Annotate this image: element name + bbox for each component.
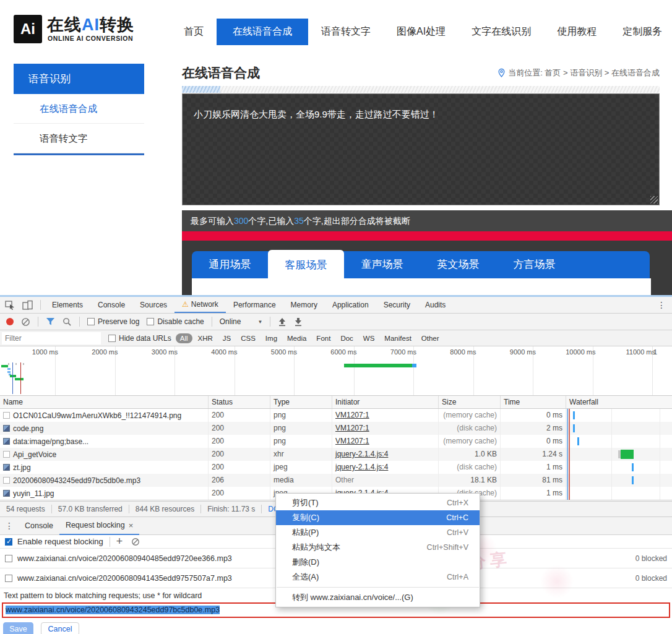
devtools-tab[interactable]: Security <box>376 297 418 313</box>
initiator-link[interactable]: VM1207:1 <box>335 424 369 432</box>
context-menu-item[interactable]: 全选(A) Ctrl+A <box>276 570 480 585</box>
table-row[interactable]: code.png 200 png VM1207:1 (disk cache) 2… <box>0 422 672 435</box>
column-header[interactable]: Waterfall <box>566 396 672 408</box>
context-menu: 剪切(T) Ctrl+X 复制(C) Ctrl+C 粘贴(P) Ctrl+V 粘… <box>275 493 480 607</box>
clear-icon[interactable] <box>21 317 30 327</box>
export-har-icon[interactable] <box>294 317 303 327</box>
inspect-element-icon[interactable] <box>5 300 15 310</box>
nav-item[interactable]: 定制服务 <box>610 19 672 45</box>
devtools-tab[interactable]: Elements <box>45 297 90 313</box>
initiator-link[interactable]: jquery-2.1.4.js:4 <box>335 450 388 458</box>
scene-tab[interactable]: 英文场景 <box>420 251 496 278</box>
context-menu-item[interactable]: 删除(D) <box>276 555 480 570</box>
initiator-link[interactable]: Other <box>335 476 354 484</box>
hide-data-urls-checkbox[interactable]: Hide data URLs <box>108 334 171 343</box>
nav-item[interactable]: 语音转文字 <box>308 19 384 45</box>
context-menu-item[interactable]: 转到 www.zaixianai.cn/voice/...(G) <box>276 590 480 605</box>
devtools-tab[interactable]: Console <box>90 297 132 313</box>
table-row[interactable]: O1CN01CaU9ww1mAeruXWkb6_!!121474914.png … <box>0 409 672 422</box>
blocked-pattern-checkbox[interactable] <box>5 555 12 562</box>
nav-item[interactable]: 首页 <box>171 19 217 45</box>
column-header[interactable]: Size <box>438 396 500 408</box>
request-type-filter[interactable]: JS <box>218 333 235 343</box>
table-row[interactable]: data:image/png;base... 200 png VM1207:1 … <box>0 435 672 448</box>
search-icon[interactable] <box>62 317 72 327</box>
context-menu-item[interactable]: 剪切(T) Ctrl+X <box>276 495 480 510</box>
table-row[interactable]: 202006080943245edd97bc5db0e.mp3 206 medi… <box>0 474 672 487</box>
request-type-filter[interactable]: XHR <box>194 333 217 343</box>
scene-tab[interactable]: 通用场景 <box>192 251 268 278</box>
initiator-link[interactable]: VM1207:1 <box>335 411 369 419</box>
devtools-tab[interactable]: Memory <box>283 297 325 313</box>
scene-tab[interactable]: 童声场景 <box>344 251 420 278</box>
table-row[interactable]: zt.jpg 200 jpeg jquery-2.1.4.js:4 (disk … <box>0 461 672 474</box>
request-status: 206 <box>208 474 270 487</box>
save-button[interactable]: Save <box>3 622 33 634</box>
drawer-more-icon[interactable]: ⋮ <box>5 521 14 531</box>
request-type-filter[interactable]: All <box>176 333 192 343</box>
column-header[interactable]: Name <box>0 396 208 408</box>
status-item: 844 KB resources <box>129 505 201 513</box>
nav-item[interactable]: 使用教程 <box>544 19 610 45</box>
request-type-filter[interactable]: Manifest <box>380 333 415 343</box>
context-menu-item[interactable]: 粘贴(P) Ctrl+V <box>276 525 480 540</box>
request-type-filter[interactable]: Font <box>312 333 335 343</box>
sidebar: 语音识别 在线语音合成语音转文字 <box>14 64 144 155</box>
context-menu-item[interactable]: 粘贴为纯文本 Ctrl+Shift+V <box>276 540 480 555</box>
drawer-tab[interactable]: Console <box>19 517 59 535</box>
request-type-filter[interactable]: CSS <box>236 333 260 343</box>
nav-item[interactable]: 图像AI处理 <box>384 19 459 45</box>
devtools-tab[interactable]: Audits <box>418 297 453 313</box>
request-type-filter[interactable]: WS <box>359 333 379 343</box>
request-size: 18.1 KB <box>438 474 500 487</box>
column-header[interactable]: Status <box>208 396 270 408</box>
request-type-filter[interactable]: Doc <box>336 333 357 343</box>
request-type-filter[interactable]: Other <box>417 333 444 343</box>
throttling-select[interactable]: Online▼ <box>220 317 263 326</box>
sidebar-header: 语音识别 <box>14 64 144 94</box>
nav-item[interactable]: 在线语音合成 <box>217 19 308 45</box>
tts-text-input[interactable]: 小刀娱乐网清仓大甩卖，全场9.9带走，走过路过不要错过！ <box>182 93 660 205</box>
cancel-button[interactable]: Cancel <box>41 622 79 634</box>
add-pattern-icon[interactable]: + <box>116 535 123 548</box>
import-har-icon[interactable] <box>278 317 286 327</box>
resource-icon <box>3 451 10 458</box>
devtools-more-icon[interactable]: ⋮ <box>657 300 666 310</box>
scene-tab[interactable]: 客服场景 <box>268 250 344 281</box>
request-time: 0 ms <box>500 435 566 448</box>
record-icon[interactable] <box>6 318 14 325</box>
nav-item[interactable]: 文字在线识别 <box>459 19 544 45</box>
request-type-filter[interactable]: Media <box>283 333 311 343</box>
initiator-link[interactable]: jquery-2.1.4.js:4 <box>335 463 388 471</box>
column-header[interactable]: Type <box>270 396 332 408</box>
devtools-tab[interactable]: Sources <box>132 297 174 313</box>
resource-icon <box>3 438 10 445</box>
scene-tab[interactable]: 方言场景 <box>496 251 572 278</box>
filter-funnel-icon[interactable] <box>46 317 55 326</box>
disable-cache-checkbox[interactable]: Disable cache <box>147 317 204 326</box>
drawer-tab[interactable]: Request blocking× <box>59 517 140 535</box>
initiator-link[interactable]: VM1207:1 <box>335 437 369 445</box>
devtools-tab[interactable]: ⚠Network <box>174 297 226 313</box>
menu-item-label: 全选(A) <box>292 570 319 585</box>
devtools-tab[interactable]: Application <box>325 297 376 313</box>
column-header[interactable]: Initiator <box>332 396 438 408</box>
network-filter-input[interactable] <box>2 332 101 345</box>
resize-grip-icon[interactable] <box>650 196 658 203</box>
enable-request-blocking-checkbox[interactable] <box>5 538 12 546</box>
blocked-pattern-checkbox[interactable] <box>5 575 12 582</box>
table-row[interactable]: Api_getVoice 200 xhr jquery-2.1.4.js:4 1… <box>0 448 672 461</box>
warning-icon: ⚠ <box>182 296 189 312</box>
remove-all-icon[interactable] <box>131 538 140 546</box>
column-header[interactable]: Time <box>500 396 566 408</box>
sidebar-item[interactable]: 在线语音合成 <box>14 94 144 124</box>
context-menu-item[interactable]: 复制(C) Ctrl+C <box>276 510 480 525</box>
context-menu-item[interactable] <box>277 587 479 588</box>
request-type-filter[interactable]: Img <box>261 333 282 343</box>
network-overview[interactable]: 1000 ms2000 ms3000 ms4000 ms5000 ms6000 … <box>0 346 672 396</box>
sidebar-item[interactable]: 语音转文字 <box>14 124 144 153</box>
devtools-tab[interactable]: Performance <box>226 297 283 313</box>
preserve-log-checkbox[interactable]: Preserve log <box>87 317 139 326</box>
device-toolbar-icon[interactable] <box>22 300 33 310</box>
close-icon[interactable]: × <box>129 516 134 534</box>
